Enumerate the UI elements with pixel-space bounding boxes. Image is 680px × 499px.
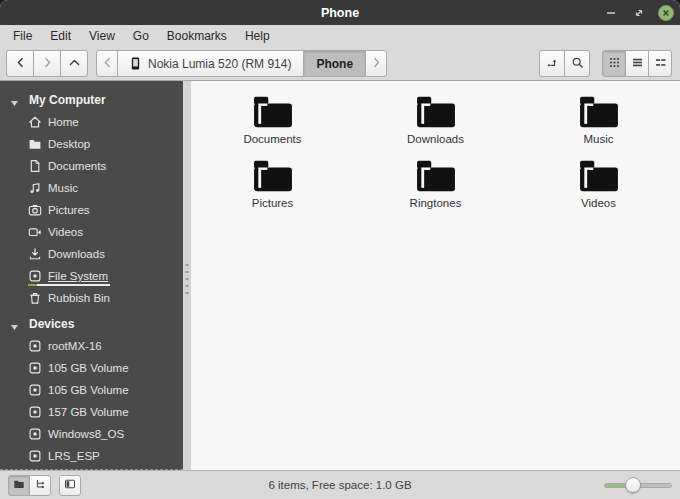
disk-usage-bar [28,284,110,286]
separator-grip-icon [186,264,189,294]
sidebar-item-label: Downloads [48,248,105,260]
folder-downloads[interactable]: Downloads [354,94,517,145]
search-button[interactable] [564,50,590,77]
breadcrumb-scroll-left-button[interactable] [96,50,118,77]
folder-ringtones[interactable]: Ringtones [354,158,517,209]
window-controls [602,4,674,22]
file-view[interactable]: Documents Downloads Music Pictures Ringt… [191,81,680,470]
drive-icon [28,269,42,283]
sidebar-section-my-computer[interactable]: My Computer [0,89,183,111]
folder-icon [415,158,457,194]
show-treeview-button[interactable] [29,475,51,496]
location-entry-icon [546,55,559,73]
up-button[interactable] [60,50,88,77]
sidebar-item-desktop[interactable]: Desktop [0,133,183,155]
folder-label: Videos [581,197,616,209]
folder-pictures[interactable]: Pictures [191,158,354,209]
statusbar: 6 items, Free space: 1.0 GB [0,470,680,499]
sidebar-item-music[interactable]: Music [0,177,183,199]
titlebar: Phone [0,0,680,25]
zoom-slider-handle[interactable] [625,477,641,493]
sidebar-item-file-system[interactable]: File System [0,265,183,287]
sidebar-item-label: Videos [48,226,83,238]
trash-icon [28,291,42,305]
sidebar-item-label: 105 GB Volume [48,384,129,396]
forward-button[interactable] [33,50,61,77]
breadcrumb-current[interactable]: Phone [303,50,366,77]
icon-view-button[interactable] [602,50,626,77]
sidebar-item-105gb-volume-1[interactable]: 105 GB Volume [0,357,183,379]
sidebar-item-rootmx-16[interactable]: rootMX-16 [0,335,183,357]
close-button[interactable] [658,5,674,21]
video-icon [28,225,42,239]
home-icon [28,115,42,129]
folder-icon [28,137,42,151]
show-places-button[interactable] [8,475,30,496]
camera-icon [28,203,42,217]
document-icon [28,159,42,173]
breadcrumb-current-label: Phone [316,57,353,71]
sidebar-item-documents[interactable]: Documents [0,155,183,177]
sidebar-item-rubbish-bin[interactable]: Rubbish Bin [0,287,183,309]
folder-icon [252,158,294,194]
sidebar-item-videos[interactable]: Videos [0,221,183,243]
folder-label: Music [583,133,613,145]
sidebar-item-label: 157 GB Volume [48,406,129,418]
drive-icon [28,449,42,463]
folder-documents[interactable]: Documents [191,94,354,145]
menu-help[interactable]: Help [236,26,279,46]
zoom-slider[interactable] [604,477,672,493]
chevron-right-icon [41,55,54,73]
folder-label: Ringtones [410,197,462,209]
folder-music[interactable]: Music [517,94,680,145]
nav-button-group [6,50,88,77]
minimize-button[interactable] [602,4,620,22]
window-title: Phone [0,6,680,20]
chevron-right-icon [370,55,383,73]
list-view-button[interactable] [625,50,649,77]
compact-view-button[interactable] [648,50,672,77]
menu-edit[interactable]: Edit [41,26,80,46]
sidebar-item-home[interactable]: Home [0,111,183,133]
menu-bookmarks[interactable]: Bookmarks [158,26,236,46]
music-icon [28,181,42,195]
sidebar-item-label: Rubbish Bin [48,292,110,304]
toolbar: Nokia Lumia 520 (RM 914) Phone [0,47,680,81]
sidebar-item-lrs-esp[interactable]: LRS_ESP [0,445,183,467]
folder-videos[interactable]: Videos [517,158,680,209]
drive-icon [28,405,42,419]
sidebar-item-label: Music [48,182,78,194]
sidebar-item-downloads[interactable]: Downloads [0,243,183,265]
back-button[interactable] [6,50,34,77]
menu-view[interactable]: View [80,26,124,46]
search-icon [571,55,584,73]
expander-triangle-icon [10,96,19,105]
folder-icon [578,94,620,130]
sidebar-mode-group [8,475,51,496]
download-icon [28,247,42,261]
sidebar-item-windows8-os[interactable]: Windows8_OS [0,423,183,445]
folder-grid: Documents Downloads Music Pictures Ringt… [191,94,680,209]
drive-icon [28,339,42,353]
restore-button[interactable] [630,4,648,22]
drive-icon [28,383,42,397]
sidebar-item-label: Documents [48,160,106,172]
menu-file[interactable]: File [4,26,41,46]
sidebar-item-pictures[interactable]: Pictures [0,199,183,221]
drive-icon [28,427,42,441]
breadcrumb-scroll-right-button[interactable] [365,50,387,77]
sidebar-section-devices[interactable]: Devices [0,313,183,335]
menubar: File Edit View Go Bookmarks Help [0,25,680,47]
pane-separator[interactable] [183,81,191,470]
folder-label: Downloads [407,133,464,145]
hide-sidebar-button[interactable] [59,475,81,496]
sidebar-item-label: Pictures [48,204,90,216]
toggle-location-entry-button[interactable] [539,50,565,77]
folder-icon [415,94,457,130]
sidebar-item-105gb-volume-2[interactable]: 105 GB Volume [0,379,183,401]
sidebar-item-157gb-volume[interactable]: 157 GB Volume [0,401,183,423]
breadcrumb-device[interactable]: Nokia Lumia 520 (RM 914) [117,50,304,77]
menu-go[interactable]: Go [124,26,158,46]
grid-view-icon [608,55,621,73]
folder-icon [252,94,294,130]
